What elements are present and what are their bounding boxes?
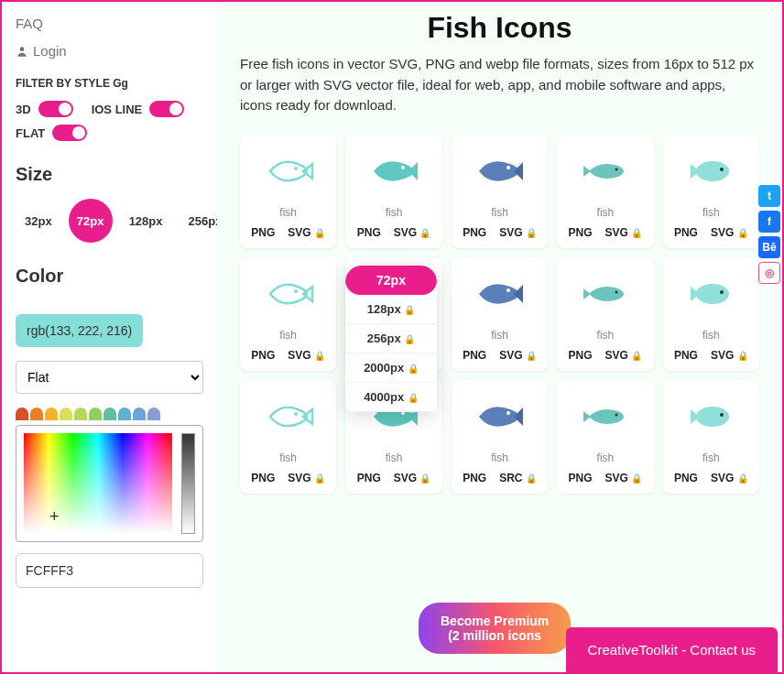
color-hex-input[interactable]: FCFFF3 [16, 553, 203, 588]
toggle-flat[interactable] [52, 125, 87, 141]
download-svg[interactable]: SRC 🔒 [499, 472, 537, 484]
spectrum-cursor-icon[interactable]: + [49, 507, 60, 527]
download-svg[interactable]: SVG 🔒 [394, 472, 431, 484]
color-swatch[interactable] [89, 408, 102, 420]
color-swatch[interactable] [45, 408, 58, 420]
download-png[interactable]: PNG [357, 472, 381, 484]
color-picker[interactable]: + [16, 425, 203, 542]
download-svg[interactable]: SVG 🔒 [605, 226, 643, 239]
dropdown-active-size[interactable]: 72px [345, 266, 437, 295]
icon-label: fish [245, 329, 332, 342]
lock-icon: 🔒 [314, 473, 325, 484]
svg-point-9 [506, 288, 510, 292]
color-value-chip[interactable]: rgb(133, 222, 216) [16, 314, 143, 347]
icon-card[interactable]: fish PNG SVG 🔒 [663, 257, 759, 371]
download-svg[interactable]: SVG 🔒 [499, 349, 537, 362]
lock-icon: 🔒 [631, 351, 642, 361]
size-128[interactable]: 128px [120, 207, 172, 235]
svg-point-3 [506, 166, 510, 169]
dropdown-item[interactable]: 128px 🔒 [345, 295, 437, 324]
png-size-dropdown: 72px 128px 🔒 256px 🔒 2000px 🔒 4000px 🔒 [345, 266, 437, 412]
dropdown-item[interactable]: 2000px 🔒 [345, 353, 437, 383]
download-svg[interactable]: SVG 🔒 [288, 472, 325, 484]
svg-point-17 [696, 407, 729, 427]
icon-card[interactable]: fish PNG SVG 🔒 [557, 380, 653, 494]
download-svg[interactable]: SVG 🔒 [288, 349, 325, 362]
social-behance-icon[interactable]: Bē [758, 236, 780, 258]
size-72[interactable]: 72px [69, 199, 113, 243]
download-png[interactable]: PNG [674, 472, 698, 484]
icon-card[interactable]: fish PNG SVG 🔒 [240, 257, 336, 371]
contact-button[interactable]: CreativeToolkit - Contact us [566, 627, 778, 672]
color-swatch[interactable] [60, 408, 72, 420]
color-swatch[interactable] [103, 408, 116, 420]
lock-icon: 🔒 [737, 351, 748, 361]
icon-card[interactable]: fish PNG SVG 🔒 [240, 135, 336, 248]
download-png[interactable]: PNG [674, 226, 698, 239]
download-svg[interactable]: SVG 🔒 [499, 226, 537, 239]
color-swatch[interactable] [118, 408, 131, 420]
download-svg[interactable]: SVG 🔒 [394, 226, 431, 239]
premium-button[interactable]: Become Premium (2 million icons [419, 603, 571, 654]
icon-card[interactable]: fish PNG SVG 🔒 [452, 257, 548, 371]
nav-login[interactable]: Login [16, 43, 203, 59]
color-preset-select[interactable]: Flat [16, 361, 203, 394]
social-twitter-icon[interactable]: t [758, 185, 780, 207]
color-swatch[interactable] [147, 408, 160, 420]
color-swatch[interactable] [74, 408, 87, 420]
toggle-label-ios: IOS LINE [92, 103, 143, 116]
lock-icon: 🔒 [526, 473, 537, 484]
fish-icon [350, 144, 437, 199]
download-png[interactable]: PNG [357, 226, 381, 239]
main-content: Fish Icons Free fish icons in vector SVG… [217, 2, 782, 672]
icon-label: fish [245, 451, 332, 464]
color-swatch[interactable] [16, 408, 28, 420]
fish-icon [245, 144, 332, 199]
icon-card[interactable]: fish PNG SVG 🔒 [663, 135, 759, 248]
download-svg[interactable]: SVG 🔒 [605, 349, 643, 362]
download-png[interactable]: PNG [251, 472, 275, 484]
color-swatch[interactable] [133, 408, 146, 420]
color-spectrum[interactable]: + [24, 433, 172, 534]
dropdown-item[interactable]: 256px 🔒 [345, 324, 437, 353]
icon-card[interactable]: fish PNG SVG 🔒 [663, 380, 759, 494]
nav-faq[interactable]: FAQ [16, 11, 203, 36]
fish-icon [668, 389, 755, 444]
icon-card[interactable]: fish PNG SVG 🔒 [557, 135, 653, 248]
toggle-ios-line[interactable] [149, 101, 184, 117]
download-png[interactable]: PNG [463, 226, 486, 239]
download-svg[interactable]: SVG 🔒 [288, 226, 325, 239]
download-png[interactable]: PNG [569, 349, 593, 362]
color-swatch[interactable] [30, 408, 43, 420]
dropdown-item[interactable]: 4000px 🔒 [345, 383, 437, 412]
download-svg[interactable]: SVG 🔒 [605, 472, 643, 484]
size-32[interactable]: 32px [16, 207, 61, 235]
lock-icon: 🔒 [526, 351, 537, 361]
icon-card[interactable]: fish PNG SVG 🔒 [345, 135, 441, 248]
icon-card[interactable]: fish PNG SRC 🔒 [452, 380, 548, 494]
download-svg[interactable]: SVG 🔒 [711, 226, 748, 239]
icon-card[interactable]: fish PNG SVG 🔒 [557, 257, 653, 371]
filter-heading: FILTER BY STYLE Gg [16, 77, 203, 90]
lock-icon: 🔒 [408, 393, 419, 403]
social-dribbble-icon[interactable]: ◎ [758, 262, 780, 284]
toggle-3d[interactable] [38, 101, 73, 117]
download-png[interactable]: PNG [674, 349, 698, 362]
download-png[interactable]: PNG [251, 226, 275, 239]
hue-slider[interactable] [181, 433, 195, 534]
sidebar: FAQ Login FILTER BY STYLE Gg 3D IOS LINE… [2, 2, 217, 672]
icon-card[interactable]: fish PNG SVG 🔒 [452, 135, 548, 248]
download-png[interactable]: PNG [251, 349, 275, 362]
icon-card[interactable]: fish PNG SVG 🔒 [240, 380, 336, 494]
download-svg[interactable]: SVG 🔒 [711, 472, 748, 484]
social-facebook-icon[interactable]: f [758, 211, 780, 233]
lock-icon: 🔒 [404, 334, 415, 344]
download-png[interactable]: PNG [569, 472, 593, 484]
toggle-label-3d: 3D [16, 103, 31, 116]
download-png[interactable]: PNG [569, 226, 593, 239]
download-png[interactable]: PNG [463, 472, 486, 484]
icon-label: fish [350, 451, 437, 464]
download-png[interactable]: PNG [463, 349, 486, 362]
svg-point-12 [720, 290, 724, 294]
download-svg[interactable]: SVG 🔒 [711, 349, 748, 362]
